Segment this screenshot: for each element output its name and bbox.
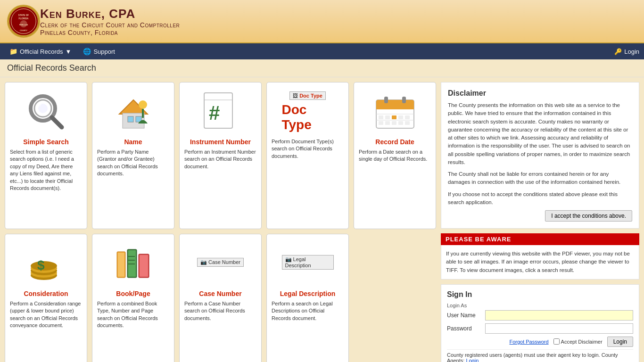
- svg-rect-24: [384, 97, 388, 103]
- nav-left: 📁 Official Records ▼ 🌐 Support: [5, 45, 120, 58]
- card-record-date[interactable]: Record Date Perform a Date search on a s…: [354, 82, 436, 229]
- svg-rect-14: [128, 116, 133, 122]
- svg-rect-31: [398, 115, 403, 119]
- search-grid: Simple Search Select from a list of gene…: [5, 82, 436, 362]
- accept-conditions-button[interactable]: I accept the conditions above.: [545, 210, 632, 222]
- nav-bar: 📁 Official Records ▼ 🌐 Support 🔑 Login: [0, 43, 644, 59]
- case-tag: 📷 Case Number: [197, 258, 244, 267]
- nav-support-label: Support: [93, 48, 115, 55]
- forgot-password-link[interactable]: Forgot Password: [509, 339, 548, 345]
- dollar-coins-icon: $: [25, 242, 67, 285]
- password-row: Password: [447, 323, 633, 334]
- svg-rect-45: [118, 253, 124, 277]
- legal-desc-desc: Perform a search on Legal Descriptions o…: [272, 300, 344, 322]
- header-text: Ken Burke, CPA Clerk of the Circuit Cour…: [40, 7, 180, 36]
- card-case-number[interactable]: 📷 Case Number Case Number Perform a Case…: [179, 234, 262, 362]
- consideration-desc: Perform a Consideration range (upper & l…: [10, 300, 82, 329]
- simple-search-desc: Select from a list of generic search opt…: [10, 148, 82, 192]
- book-icon-area: [107, 240, 159, 287]
- consideration-title: Consideration: [24, 290, 68, 297]
- signin-box: Sign In Login As User Name Password Forg…: [441, 284, 639, 362]
- disclaimer-box: Disclaimer The County presents the infor…: [441, 82, 639, 229]
- legal-desc-title: Legal Description: [280, 290, 335, 297]
- svg-rect-28: [379, 115, 383, 119]
- aware-box: PLEASE BE AWARE If you are currently vie…: [441, 233, 639, 280]
- simple-search-title: Simple Search: [23, 138, 69, 146]
- agents-login-link[interactable]: Login: [466, 358, 479, 362]
- header-title1: Clerk of the Circuit Court and Comptroll…: [40, 21, 180, 29]
- simple-search-icon-area: [20, 88, 72, 135]
- doc-type-desc: Perform Document Type(s) search on Offic…: [272, 138, 344, 160]
- record-date-title: Record Date: [375, 138, 414, 146]
- hash-icon: #: [199, 90, 242, 133]
- nav-support[interactable]: 🌐 Support: [78, 45, 120, 58]
- name-icon-area: [107, 88, 159, 135]
- svg-point-16: [139, 100, 147, 109]
- nav-official-records[interactable]: 📁 Official Records ▼: [5, 45, 76, 58]
- login-button[interactable]: Login: [607, 337, 633, 347]
- dropdown-icon: ▼: [66, 48, 72, 55]
- legal-desc-visual: 📷 Legal Description: [282, 255, 334, 272]
- svg-rect-32: [405, 115, 410, 119]
- county-seal: STATE OF FLORIDA PINELLAS COUNTY: [7, 5, 40, 38]
- svg-rect-37: [405, 121, 410, 125]
- svg-rect-35: [392, 121, 396, 125]
- calendar-icon: [374, 93, 416, 131]
- consideration-icon-area: $: [20, 240, 72, 287]
- card-book-page[interactable]: Book/Page Perform a combined Book Type, …: [92, 234, 174, 362]
- legal-desc-icon-area: 📷 Legal Description: [282, 240, 334, 287]
- page-title: Official Records Search: [7, 63, 637, 73]
- svg-rect-34: [385, 121, 390, 125]
- login-label: Login: [624, 48, 639, 55]
- login-icon: 🔑: [614, 48, 622, 55]
- magnifier-icon: [25, 90, 67, 133]
- agents-note: County registered users (agents) must us…: [447, 349, 633, 362]
- card-simple-search[interactable]: Simple Search Select from a list of gene…: [5, 82, 87, 229]
- aware-content: If you are currently viewing this websit…: [441, 245, 639, 280]
- username-input[interactable]: [485, 310, 633, 321]
- card-consideration[interactable]: $ Consideration Perform a Consideration …: [5, 234, 87, 362]
- svg-text:PINELLAS: PINELLAS: [19, 24, 28, 26]
- doc-type-icon-area: 🖼 Doc Type Doc Type: [282, 88, 334, 135]
- svg-rect-49: [140, 255, 148, 277]
- record-date-icon-area: [369, 88, 421, 135]
- disclaimer-title: Disclaimer: [448, 89, 632, 98]
- signin-footer: Forgot Password Accept Disclaimer Login: [447, 337, 633, 347]
- accept-disclaimer-checkbox[interactable]: [553, 338, 560, 345]
- svg-text:#: #: [209, 102, 220, 124]
- books-icon: [112, 242, 155, 285]
- nav-login[interactable]: 🔑 Login: [614, 48, 639, 55]
- accept-disclaimer-text: Accept Disclaimer: [561, 339, 603, 345]
- card-name[interactable]: Name Perform a Party Name (Grantor and/o…: [92, 82, 174, 229]
- username-label: User Name: [447, 312, 482, 319]
- signin-title: Sign In: [447, 290, 633, 299]
- disclaimer-para3: If you choose not to accept the conditio…: [448, 190, 632, 207]
- name-desc: Perform a Party Name (Grantor and/or Gra…: [97, 148, 169, 178]
- password-input[interactable]: [485, 323, 633, 334]
- main-content: Simple Search Select from a list of gene…: [0, 77, 644, 362]
- header: STATE OF FLORIDA PINELLAS COUNTY Ken Bur…: [0, 0, 644, 43]
- svg-rect-23: [376, 106, 414, 109]
- svg-text:$: $: [37, 258, 45, 272]
- case-number-title: Case Number: [199, 290, 241, 297]
- svg-text:FLORIDA: FLORIDA: [19, 17, 29, 20]
- card-doc-type[interactable]: 🖼 Doc Type Doc Type Perform Document Typ…: [266, 82, 349, 229]
- doc-label-tag: 🖼 Doc Type: [289, 91, 326, 100]
- instrument-desc: Perform an Instrument Number search on a…: [184, 148, 256, 170]
- svg-rect-25: [402, 97, 406, 103]
- instrument-icon-area: #: [195, 88, 247, 135]
- accept-disclaimer-label: Accept Disclaimer: [553, 338, 603, 345]
- case-number-icon-area: 📷 Case Number: [195, 240, 247, 287]
- login-as-label: Login As: [447, 303, 633, 308]
- header-title2: Pinellas County, Florida: [40, 29, 180, 36]
- card-legal-description[interactable]: 📷 Legal Description Legal Description Pe…: [266, 234, 349, 362]
- legal-tag: 📷 Legal Description: [282, 255, 334, 270]
- svg-line-9: [52, 117, 62, 127]
- svg-rect-29: [385, 115, 390, 119]
- svg-rect-36: [398, 121, 403, 125]
- right-panel: Disclaimer The County presents the infor…: [441, 82, 639, 362]
- disclaimer-para2: The County shall not be liable for error…: [448, 170, 632, 187]
- card-instrument-number[interactable]: # Instrument Number Perform an Instrumen…: [179, 82, 262, 229]
- folder-icon: 📁: [9, 48, 17, 55]
- book-page-desc: Perform a combined Book Type, Number and…: [97, 300, 169, 329]
